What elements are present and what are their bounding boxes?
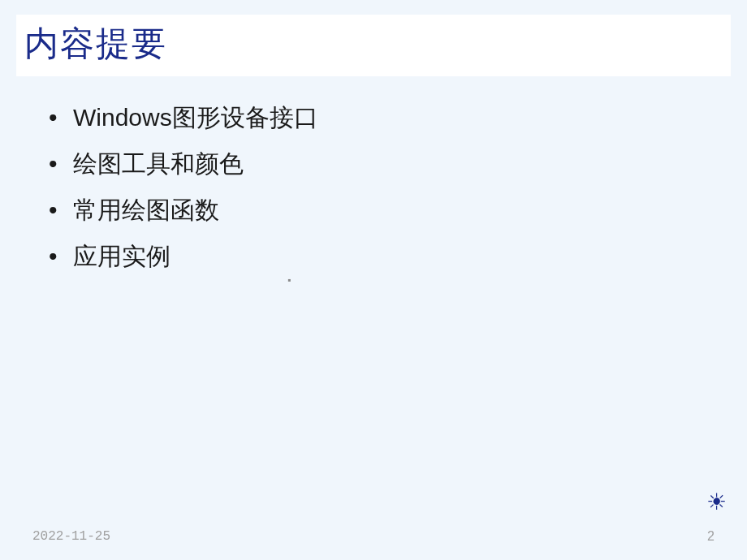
slide-title: 内容提要 — [24, 21, 723, 67]
content-list: Windows图形设备接口 绘图工具和颜色 常用绘图函数 应用实例 — [49, 94, 747, 279]
list-item: Windows图形设备接口 — [49, 94, 747, 140]
list-item: 应用实例 — [49, 233, 747, 279]
footer-page-number: 2 — [707, 529, 715, 544]
center-marker: ▪ — [287, 274, 291, 286]
list-item: 常用绘图函数 — [49, 187, 747, 233]
sun-icon: ☀ — [706, 489, 727, 515]
list-item: 绘图工具和颜色 — [49, 140, 747, 187]
footer-date: 2022-11-25 — [32, 529, 110, 544]
slide-title-bar: 内容提要 — [16, 15, 731, 76]
